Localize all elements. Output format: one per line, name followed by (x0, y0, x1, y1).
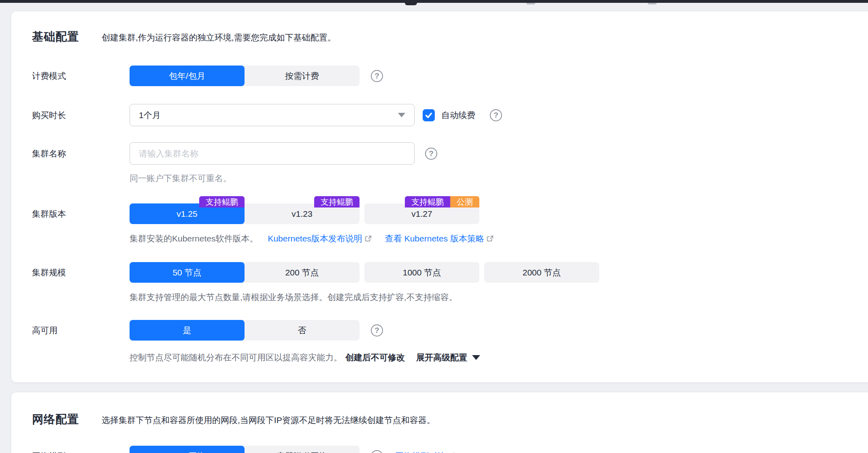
kunpeng-badge: 支持鲲鹏 (199, 196, 245, 207)
browser-chrome-bar (0, 0, 868, 3)
kunpeng-badge: 支持鲲鹏 (314, 196, 360, 207)
network-config-card: 网络配置 选择集群下节点和容器所使用的网段,当网段下IP资源不足时将无法继续创建… (11, 392, 868, 453)
version-badges: 支持鲲鹏 公测 (405, 196, 479, 207)
scale-option-1000[interactable]: 1000 节点 (364, 262, 479, 283)
network-model-help-icon[interactable]: ? (371, 450, 383, 453)
external-link-icon (486, 235, 494, 243)
cluster-name-help-icon[interactable]: ? (425, 148, 437, 160)
cluster-name-row: 集群名称 ? (11, 142, 868, 165)
billing-mode-label: 计费模式 (32, 70, 130, 82)
auto-renew-checkbox[interactable] (423, 109, 435, 121)
duration-selected-value: 1个月 (139, 110, 161, 121)
version-option-text: v1.27 (411, 209, 432, 219)
cluster-version-group: v1.25 支持鲲鹏 v1.23 支持鲲鹏 (130, 203, 360, 224)
version-badges: 支持鲲鹏 (314, 196, 360, 207)
basic-config-header: 基础配置 创建集群,作为运行容器的独立环境,需要您完成如下基础配置。 (11, 11, 868, 44)
expand-advanced-config[interactable]: 展开高级配置 (416, 352, 480, 363)
cluster-name-hint-wrap: 同一账户下集群不可重名。 (11, 173, 868, 184)
ha-option-yes[interactable]: 是 (130, 320, 245, 341)
cluster-scale-hint: 集群支持管理的最大节点数量,请根据业务场景选择。创建完成后支持扩容,不支持缩容。 (130, 292, 457, 302)
scale-option-2000[interactable]: 2000 节点 (484, 262, 599, 283)
duration-label: 购买时长 (32, 110, 130, 121)
cluster-scale-group: 50 节点 200 节点 (130, 262, 360, 283)
cluster-version-hint: 集群安装的Kubernetes软件版本。 (130, 233, 258, 244)
duration-select[interactable]: 1个月 (130, 104, 415, 126)
section-title-basic: 基础配置 (32, 29, 79, 44)
basic-config-card: 基础配置 创建集群,作为运行容器的独立环境,需要您完成如下基础配置。 计费模式 … (11, 11, 868, 382)
ha-help-icon[interactable]: ? (371, 324, 383, 337)
ha-row: 高可用 是 否 ? (11, 320, 868, 341)
k8s-version-policy-link[interactable]: 查看 Kubernetes 版本策略 (385, 233, 494, 244)
k8s-release-notes-link[interactable]: Kubernetes版本发布说明 (268, 233, 372, 244)
network-option-vpc[interactable]: VPC 网络 (130, 446, 245, 453)
link-text: 查看 Kubernetes 版本策略 (385, 233, 484, 244)
version-option-text: v1.23 (291, 209, 312, 219)
scale-option-50[interactable]: 50 节点 (130, 262, 245, 283)
billing-help-icon[interactable]: ? (371, 70, 383, 82)
triangle-down-icon (472, 355, 480, 360)
cluster-version-group-2: v1.27 支持鲲鹏 公测 (364, 203, 479, 224)
billing-mode-row: 计费模式 包年/包月 按需计费 ? (11, 66, 868, 86)
auto-renew-label: 自动续费 (441, 110, 475, 121)
network-model-label: 网络模型 (32, 451, 130, 453)
section-desc-basic: 创建集群,作为运行容器的独立环境,需要您完成如下基础配置。 (102, 32, 336, 43)
cluster-scale-group-2: 1000 节点 (364, 262, 479, 283)
browser-artifact (648, 3, 657, 4)
chevron-down-icon (398, 113, 405, 117)
duration-row: 购买时长 1个月 自动续费 ? (11, 104, 868, 126)
cluster-scale-row: 集群规模 50 节点 200 节点 1000 节点 2000 节点 (11, 262, 868, 283)
beta-badge: 公测 (450, 196, 479, 207)
billing-mode-group: 包年/包月 按需计费 (130, 66, 360, 86)
kunpeng-badge: 支持鲲鹏 (405, 196, 450, 207)
cluster-name-hint: 同一账户下集群不可重名。 (130, 174, 232, 183)
version-badges: 支持鲲鹏 (199, 196, 245, 207)
ha-group: 是 否 (130, 320, 360, 341)
cluster-name-label: 集群名称 (32, 148, 130, 159)
network-option-tunnel[interactable]: 容器隧道网络 (245, 446, 360, 453)
expand-advanced-label: 展开高级配置 (416, 352, 467, 363)
version-option-v123[interactable]: v1.23 支持鲲鹏 (245, 203, 360, 224)
ha-hint-wrap: 控制节点尽可能随机分布在不同可用区以提高容灾能力。 创建后不可修改 展开高级配置 (11, 352, 868, 363)
ha-label: 高可用 (32, 325, 130, 336)
cluster-version-label: 集群版本 (32, 208, 130, 220)
cluster-version-hint-wrap: 集群安装的Kubernetes软件版本。 Kubernetes版本发布说明 查看… (11, 233, 868, 244)
version-option-v127[interactable]: v1.27 支持鲲鹏 公测 (364, 203, 479, 224)
cluster-version-row: 集群版本 v1.25 支持鲲鹏 v1.23 支持鲲鹏 v1.27 支持鲲鹏 公测 (11, 203, 868, 224)
link-text: Kubernetes版本发布说明 (268, 233, 362, 244)
browser-artifact (526, 3, 535, 4)
version-option-v125[interactable]: v1.25 支持鲲鹏 (130, 203, 245, 224)
version-option-text: v1.25 (177, 209, 197, 219)
network-model-row: 网络模型 VPC 网络 容器隧道网络 ? 网络模型对比 (11, 446, 868, 453)
cluster-name-input[interactable] (130, 142, 415, 165)
ha-hint: 控制节点尽可能随机分布在不同可用区以提高容灾能力。 (130, 352, 342, 363)
billing-option-ondemand[interactable]: 按需计费 (245, 66, 360, 86)
external-link-icon (364, 235, 372, 243)
scale-option-200[interactable]: 200 节点 (245, 262, 360, 283)
network-model-compare-link[interactable]: 网络模型对比 (395, 451, 456, 453)
section-desc-network: 选择集群下节点和容器所使用的网段,当网段下IP资源不足时将无法继续创建节点和容器… (102, 415, 435, 426)
ha-immutable-note: 创建后不可修改 (345, 352, 405, 363)
network-model-group: VPC 网络 容器隧道网络 (130, 446, 360, 453)
billing-option-prepaid[interactable]: 包年/包月 (130, 66, 245, 86)
cluster-scale-label: 集群规模 (32, 267, 130, 278)
link-text: 网络模型对比 (395, 451, 446, 453)
browser-artifact (405, 3, 417, 5)
cluster-scale-hint-wrap: 集群支持管理的最大节点数量,请根据业务场景选择。创建完成后支持扩容,不支持缩容。 (11, 292, 868, 303)
auto-renew-help-icon[interactable]: ? (490, 109, 502, 121)
check-icon (425, 111, 433, 119)
ha-option-no[interactable]: 否 (245, 320, 360, 341)
cluster-scale-group-3: 2000 节点 (484, 262, 599, 283)
network-config-header: 网络配置 选择集群下节点和容器所使用的网段,当网段下IP资源不足时将无法继续创建… (11, 392, 868, 427)
section-title-network: 网络配置 (32, 412, 79, 427)
